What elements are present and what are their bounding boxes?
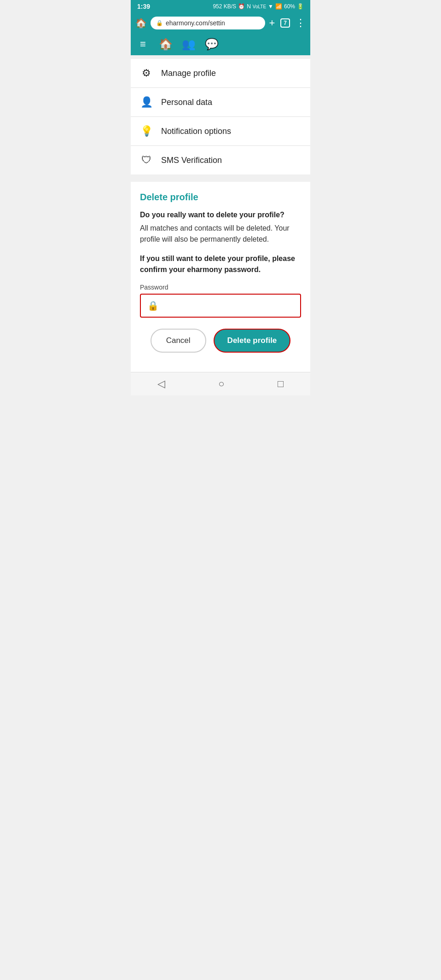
- tab-count[interactable]: 7: [280, 18, 290, 28]
- address-bar[interactable]: 🔒 eharmony.com/settin: [151, 17, 265, 29]
- personal-data-item[interactable]: 👤 Personal data: [131, 88, 310, 117]
- url-text: eharmony.com/settin: [166, 19, 225, 27]
- action-buttons: Cancel Delete profile: [140, 329, 301, 362]
- address-lock-icon: 🔒: [156, 20, 163, 26]
- mid-spacer: [131, 178, 310, 182]
- more-options-icon[interactable]: ⋮: [296, 17, 306, 29]
- home-nav-icon[interactable]: 🏠: [159, 38, 173, 51]
- volte-icon: VoLTE: [253, 4, 266, 9]
- shield-check-icon: 🛡: [140, 154, 153, 166]
- cancel-button[interactable]: Cancel: [151, 329, 206, 353]
- person-icon: 👤: [140, 96, 153, 108]
- delete-warning-text: All matches and contacts will be deleted…: [140, 223, 301, 245]
- delete-confirm-text: If you still want to delete your profile…: [140, 253, 301, 275]
- nav-icons: 🏠 👥 💬: [159, 38, 219, 51]
- signal-icon: 📶: [275, 3, 282, 10]
- back-nav-icon[interactable]: ◁: [157, 378, 165, 390]
- alarm-icon: ⏰: [238, 3, 245, 10]
- delete-profile-button[interactable]: Delete profile: [214, 329, 291, 353]
- delete-profile-section: Delete profile Do you really want to del…: [131, 182, 310, 372]
- battery-icon: 🔋: [297, 3, 304, 10]
- sms-verification-label: SMS Verification: [161, 156, 222, 165]
- sms-verification-item[interactable]: 🛡 SMS Verification: [131, 146, 310, 174]
- browser-icons: + 7 ⋮: [269, 17, 306, 29]
- password-input[interactable]: [163, 302, 294, 310]
- wifi-icon: ▼: [268, 3, 273, 10]
- delete-warning-bold: Do you really want to delete your profil…: [140, 211, 301, 219]
- password-lock-icon: 🔒: [147, 300, 159, 311]
- home-nav-circle-icon[interactable]: ○: [218, 378, 224, 390]
- password-label: Password: [140, 284, 301, 291]
- battery-level: 60%: [284, 3, 295, 10]
- manage-profile-label: Manage profile: [161, 69, 216, 78]
- gear-icon: ⚙: [140, 67, 153, 79]
- notification-options-item[interactable]: 💡 Notification options: [131, 117, 310, 146]
- delete-profile-title: Delete profile: [140, 192, 301, 203]
- messages-nav-icon[interactable]: 💬: [205, 38, 219, 51]
- status-bar: 1:39 952 KB/S ⏰ N VoLTE ▼ 📶 60% 🔋: [131, 0, 310, 13]
- recents-nav-icon[interactable]: □: [278, 378, 284, 390]
- browser-home-icon[interactable]: 🏠: [135, 17, 147, 29]
- hamburger-menu-icon[interactable]: ≡: [140, 38, 146, 50]
- lightbulb-icon: 💡: [140, 125, 153, 137]
- matches-nav-icon[interactable]: 👥: [182, 38, 196, 51]
- top-spacer: [131, 55, 310, 59]
- manage-profile-item[interactable]: ⚙ Manage profile: [131, 59, 310, 88]
- status-right: 952 KB/S ⏰ N VoLTE ▼ 📶 60% 🔋: [213, 3, 304, 10]
- bottom-nav: ◁ ○ □: [131, 372, 310, 395]
- status-time: 1:39: [137, 3, 150, 10]
- settings-list: ⚙ Manage profile 👤 Personal data 💡 Notif…: [131, 59, 310, 174]
- notification-options-label: Notification options: [161, 127, 231, 136]
- personal-data-label: Personal data: [161, 98, 212, 107]
- browser-bar: 🏠 🔒 eharmony.com/settin + 7 ⋮: [131, 13, 310, 33]
- nfc-icon: N: [247, 3, 251, 10]
- network-speed: 952 KB/S: [213, 3, 236, 10]
- nav-bar: ≡ 🏠 👥 💬: [131, 33, 310, 55]
- add-tab-icon[interactable]: +: [269, 17, 275, 29]
- password-input-wrapper[interactable]: 🔒: [140, 294, 301, 318]
